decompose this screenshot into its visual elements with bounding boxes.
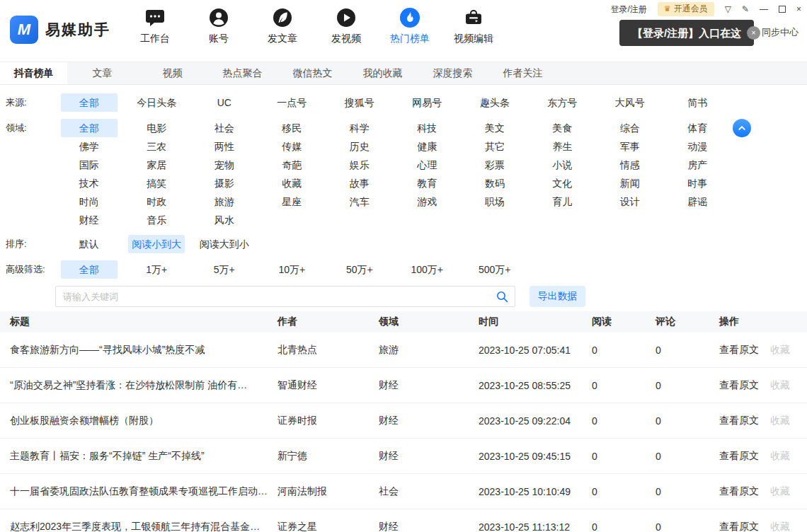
cell-title[interactable]: 赵志利2023年三季度表现，工银领航三年持有混合基金… [0, 521, 277, 532]
tooltip-close-icon[interactable]: × [747, 26, 760, 40]
filter-option[interactable]: 故事 [331, 174, 388, 192]
filter-option[interactable]: 网易号 [399, 93, 455, 112]
filter-option[interactable]: 财经 [61, 211, 118, 229]
filter-option[interactable]: 全部 [61, 93, 118, 112]
close-icon[interactable]: × [796, 4, 801, 14]
cell-title[interactable]: 创业板股融资余额增幅榜（附股） [0, 415, 277, 427]
filter-option[interactable]: 风水 [196, 211, 253, 229]
filter-option[interactable]: 动漫 [669, 137, 726, 156]
view-original-link[interactable]: 查看原文 [719, 485, 759, 498]
favorite-link[interactable]: 收藏 [770, 450, 790, 463]
filter-option[interactable]: 设计 [602, 192, 658, 211]
filter-option[interactable]: UC [196, 93, 253, 112]
filter-option[interactable]: 其它 [467, 137, 523, 156]
favorite-link[interactable]: 收藏 [770, 415, 790, 427]
filter-option[interactable]: 音乐 [128, 211, 185, 229]
filter-option[interactable]: 简书 [669, 93, 726, 112]
theme-icon[interactable]: ▽ [725, 4, 731, 14]
cell-title[interactable]: 主题教育丨福安：服务“不掉链” 生产“不掉线” [0, 450, 277, 463]
filter-option[interactable]: 宠物 [196, 156, 253, 174]
filter-option[interactable]: 教育 [399, 174, 455, 192]
filter-option[interactable]: 数码 [467, 174, 523, 192]
nav-item-publish-video[interactable]: 发视频 [314, 0, 378, 45]
filter-option[interactable]: 默认 [61, 235, 118, 253]
favorite-link[interactable]: 收藏 [770, 379, 790, 392]
filter-option[interactable]: 育儿 [534, 192, 590, 211]
view-original-link[interactable]: 查看原文 [719, 521, 759, 532]
nav-item-publish-article[interactable]: 发文章 [251, 0, 314, 45]
filter-option[interactable]: 文化 [534, 174, 590, 192]
filter-option[interactable]: 三农 [128, 137, 185, 156]
collapse-button[interactable] [733, 119, 751, 137]
filter-option[interactable]: 美食 [534, 119, 590, 137]
cell-title[interactable]: 十一届省委巩固政法队伍教育整顿成果专项巡视工作启动… [0, 485, 277, 498]
tab-my-favorites[interactable]: 我的收藏 [348, 62, 418, 84]
filter-option[interactable]: 时事 [669, 174, 726, 192]
filter-option[interactable]: 大风号 [602, 93, 658, 112]
filter-option[interactable]: 50万+ [331, 260, 388, 279]
filter-option[interactable]: 5万+ [196, 260, 253, 279]
filter-option[interactable]: 辟谣 [669, 192, 726, 211]
filter-option[interactable]: 东方号 [534, 93, 590, 112]
export-data-button[interactable]: 导出数据 [530, 286, 585, 307]
tab-author-follow[interactable]: 作者关注 [488, 62, 558, 84]
view-original-link[interactable]: 查看原文 [719, 379, 759, 392]
search-icon[interactable] [496, 291, 508, 303]
view-original-link[interactable]: 查看原文 [719, 415, 759, 427]
minimize-icon[interactable]: — [760, 4, 768, 14]
filter-option[interactable]: 500万+ [467, 260, 523, 279]
filter-option[interactable]: 科学 [331, 119, 388, 137]
filter-option[interactable]: 职场 [467, 192, 523, 211]
filter-option[interactable]: 娱乐 [331, 156, 388, 174]
tab-article[interactable]: 文章 [67, 62, 137, 84]
filter-option[interactable]: 1万+ [128, 260, 185, 279]
nav-item-workbench[interactable]: 工作台 [123, 0, 187, 45]
filter-option[interactable]: 移民 [263, 119, 320, 137]
favorite-link[interactable]: 收藏 [770, 344, 790, 357]
tab-douyin-ranking[interactable]: 抖音榜单 [0, 62, 67, 84]
filter-option[interactable]: 军事 [602, 137, 658, 156]
filter-option[interactable]: 搜狐号 [331, 93, 388, 112]
view-original-link[interactable]: 查看原文 [719, 450, 759, 463]
filter-option[interactable]: 趣头条 [467, 93, 523, 112]
view-original-link[interactable]: 查看原文 [719, 344, 759, 357]
filter-option[interactable]: 收藏 [263, 174, 320, 192]
filter-option[interactable]: 星座 [263, 192, 320, 211]
favorite-link[interactable]: 收藏 [770, 521, 790, 532]
filter-option[interactable]: 佛学 [61, 137, 118, 156]
filter-option[interactable]: 摄影 [196, 174, 253, 192]
filter-option[interactable]: 小说 [534, 156, 590, 174]
favorite-link[interactable]: 收藏 [770, 485, 790, 498]
filter-option[interactable]: 两性 [196, 137, 253, 156]
filter-option[interactable]: 房产 [669, 156, 726, 174]
vip-button[interactable]: ♛开通会员 [658, 2, 714, 16]
filter-option[interactable]: 游戏 [399, 192, 455, 211]
filter-option[interactable]: 传媒 [263, 137, 320, 156]
nav-item-hot-ranking[interactable]: 热门榜单 [378, 0, 442, 45]
nav-item-video-edit[interactable]: 视频编辑 [442, 0, 505, 45]
filter-option[interactable]: 彩票 [467, 156, 523, 174]
filter-option[interactable]: 电影 [128, 119, 185, 137]
feedback-icon[interactable]: ✎ [742, 4, 749, 14]
filter-option[interactable]: 旅游 [196, 192, 253, 211]
filter-option[interactable]: 科技 [399, 119, 455, 137]
filter-option[interactable]: 综合 [602, 119, 658, 137]
filter-option[interactable]: 体育 [669, 119, 726, 137]
filter-option[interactable]: 10万+ [263, 260, 320, 279]
filter-option[interactable]: 奇葩 [263, 156, 320, 174]
tab-deep-search[interactable]: 深度搜索 [418, 62, 488, 84]
filter-option[interactable]: 养生 [534, 137, 590, 156]
filter-option[interactable]: 全部 [61, 119, 118, 137]
filter-option[interactable]: 家居 [128, 156, 185, 174]
filter-option[interactable]: 心理 [399, 156, 455, 174]
filter-option[interactable]: 历史 [331, 137, 388, 156]
filter-option[interactable]: 新闻 [602, 174, 658, 192]
filter-option[interactable]: 一点号 [263, 93, 320, 112]
keyword-input[interactable] [55, 286, 515, 307]
filter-option[interactable]: 100万+ [399, 260, 455, 279]
filter-option[interactable]: 健康 [399, 137, 455, 156]
filter-option[interactable]: 全部 [61, 260, 118, 279]
filter-option[interactable]: 社会 [196, 119, 253, 137]
filter-option[interactable]: 技术 [61, 174, 118, 192]
filter-option[interactable]: 搞笑 [128, 174, 185, 192]
